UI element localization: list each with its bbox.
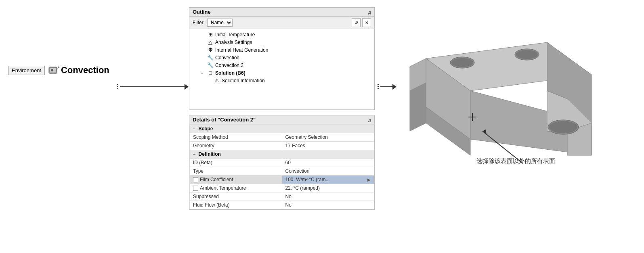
arrow-line-left	[120, 86, 185, 87]
section-toggle-icon[interactable]: −	[193, 126, 197, 131]
outline-pin[interactable]: д	[368, 10, 371, 15]
details-row[interactable]: Geometry17 Faces	[190, 142, 374, 150]
details-row[interactable]: Film Coefficient100. W/m²·°C (ram...▶	[190, 176, 374, 184]
arrow-bar-right	[378, 84, 379, 89]
bar-line-2	[117, 86, 118, 87]
details-row[interactable]: ID (Beta)60	[190, 159, 374, 167]
tree-item-label: Analysis Settings	[215, 40, 252, 45]
details-row[interactable]: TypeConvection	[190, 167, 374, 176]
bar-line-1	[117, 84, 118, 85]
checkbox-icon[interactable]	[193, 186, 198, 191]
details-tbody: − ScopeScoping MethodGeometry SelectionG…	[190, 125, 374, 209]
tree-item[interactable]: ⚠Solution Information	[189, 77, 374, 84]
outline-title: Outline	[193, 9, 211, 15]
filter-select[interactable]: Name	[207, 19, 233, 27]
bar-line-3	[117, 88, 118, 89]
convection-icon: ↗	[48, 65, 59, 76]
convection-breadcrumb: ↗ Convection	[48, 65, 109, 76]
outline-panel: Outline д Filter: Name ↺ ✕ ⊞Initial Temp…	[189, 7, 375, 110]
tree-item-icon: 🔧	[207, 62, 214, 68]
value-text: 100. W/m²·°C (ram...	[285, 177, 330, 182]
section-label: Definition	[198, 151, 220, 157]
row-checkbox-label[interactable]: Ambient Temperature	[190, 184, 282, 192]
details-pin[interactable]: д	[368, 117, 371, 122]
tree-area: ⊞Initial Temperature△Analysis Settings❋I…	[189, 29, 374, 110]
details-row: − Definition	[190, 150, 374, 159]
section-header-cell[interactable]: − Scope	[190, 125, 374, 133]
arrow-bar-left	[117, 84, 118, 89]
tree-item-icon: ⊞	[207, 31, 214, 38]
section-toggle-icon[interactable]: −	[193, 152, 197, 157]
tree-item-icon: ❋	[207, 47, 214, 53]
outline-title-bar: Outline д	[189, 8, 374, 17]
tree-item[interactable]: △Analysis Settings	[189, 38, 374, 46]
row-checkbox-value: 100. W/m²·°C (ram...▶	[282, 176, 374, 184]
chinese-annotation: 选择除该表面以外的所有表面	[476, 157, 555, 165]
row-value: No	[282, 201, 374, 209]
tree-item[interactable]: 🔧Convection 2	[189, 61, 374, 69]
svg-point-19	[549, 121, 577, 133]
bar-line-r3	[378, 88, 379, 89]
details-panel: Details of "Convection 2" д − ScopeScopi…	[189, 115, 375, 210]
row-checkbox-value: 22. °C (ramped)	[282, 184, 374, 192]
tree-item[interactable]: 🔧Convection	[189, 54, 374, 61]
filter-icon-clear[interactable]: ✕	[362, 18, 371, 27]
chinese-text: 选择除该表面以外的所有表面	[476, 157, 555, 164]
breadcrumb-panel: Environment ↗ Convection	[8, 65, 109, 76]
filter-icon-refresh[interactable]: ↺	[352, 18, 361, 27]
svg-point-15	[451, 58, 473, 67]
row-value: Geometry Selection	[282, 133, 374, 142]
tree-item-icon: ⚠	[214, 77, 220, 84]
bar-line-r2	[378, 86, 379, 87]
tree-item-label: Initial Temperature	[215, 32, 255, 38]
row-label: Scoping Method	[190, 133, 282, 142]
svg-marker-12	[410, 83, 426, 131]
details-table: − ScopeScoping MethodGeometry SelectionG…	[189, 124, 374, 209]
row-label: Fluid Flow (Beta)	[190, 201, 282, 209]
tree-item-label: Convection	[215, 55, 239, 61]
tree-item[interactable]: ⊞Initial Temperature	[189, 31, 374, 38]
details-title: Details of "Convection 2"	[193, 117, 256, 123]
details-row[interactable]: Ambient Temperature22. °C (ramped)	[190, 184, 374, 192]
details-row[interactable]: SuppressedNo	[190, 192, 374, 201]
filter-bar: Filter: Name ↺ ✕	[189, 17, 374, 29]
environment-button[interactable]: Environment	[8, 66, 45, 75]
details-row: − Scope	[190, 125, 374, 133]
tree-item-icon: △	[207, 39, 214, 45]
model-3d	[394, 10, 624, 228]
details-title-bar: Details of "Convection 2" д	[189, 115, 374, 124]
tree-item-label: Solution Information	[222, 78, 265, 84]
value-arrow-icon[interactable]: ▶	[367, 178, 371, 182]
checkbox-icon[interactable]	[193, 177, 198, 182]
section-header-cell[interactable]: − Definition	[190, 150, 374, 159]
tree-expand-icon[interactable]: −	[201, 71, 206, 75]
svg-point-17	[516, 50, 538, 59]
checkbox-text: Ambient Temperature	[200, 185, 246, 191]
filter-label: Filter:	[193, 20, 205, 25]
tree-item[interactable]: −□Solution (B6)	[189, 69, 374, 77]
tree-item-icon: □	[207, 70, 214, 76]
details-row[interactable]: Fluid Flow (Beta)No	[190, 201, 374, 209]
row-value: 60	[282, 159, 374, 167]
row-value: No	[282, 192, 374, 201]
tree-item[interactable]: ❋Internal Heat Generation	[189, 46, 374, 54]
row-value: Convection	[282, 167, 374, 176]
svg-text:↗: ↗	[57, 66, 59, 69]
arrow-line-right	[380, 86, 392, 87]
section-label: Scope	[198, 126, 213, 132]
row-label: Geometry	[190, 142, 282, 150]
tree-item-label: Solution (B6)	[215, 70, 245, 76]
tree-container: ⊞Initial Temperature△Analysis Settings❋I…	[189, 31, 374, 84]
row-checkbox-label[interactable]: Film Coefficient	[190, 176, 282, 184]
bar-line-r1	[378, 84, 379, 85]
environment-label: Environment	[12, 67, 41, 73]
row-label: Type	[190, 167, 282, 176]
svg-point-2	[51, 69, 53, 71]
tree-item-icon: 🔧	[207, 54, 214, 61]
row-label: Suppressed	[190, 192, 282, 201]
row-label: ID (Beta)	[190, 159, 282, 167]
details-row[interactable]: Scoping MethodGeometry Selection	[190, 133, 374, 142]
filter-icons: ↺ ✕	[352, 18, 371, 27]
tree-item-label: Internal Heat Generation	[215, 47, 268, 53]
arrow-head-left	[185, 84, 189, 90]
